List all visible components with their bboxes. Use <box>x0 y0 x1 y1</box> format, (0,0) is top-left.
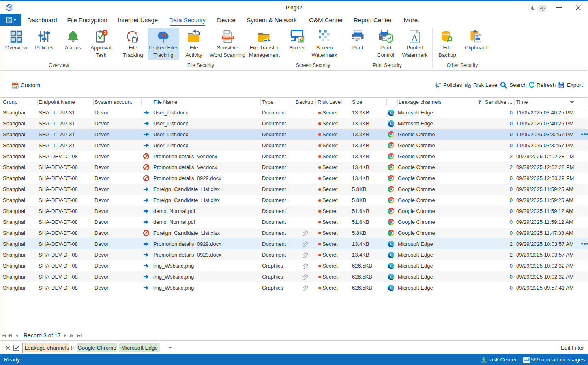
svg-text:23: 23 <box>13 85 17 88</box>
svg-text:A: A <box>411 32 418 43</box>
svg-text:3: 3 <box>104 30 106 35</box>
